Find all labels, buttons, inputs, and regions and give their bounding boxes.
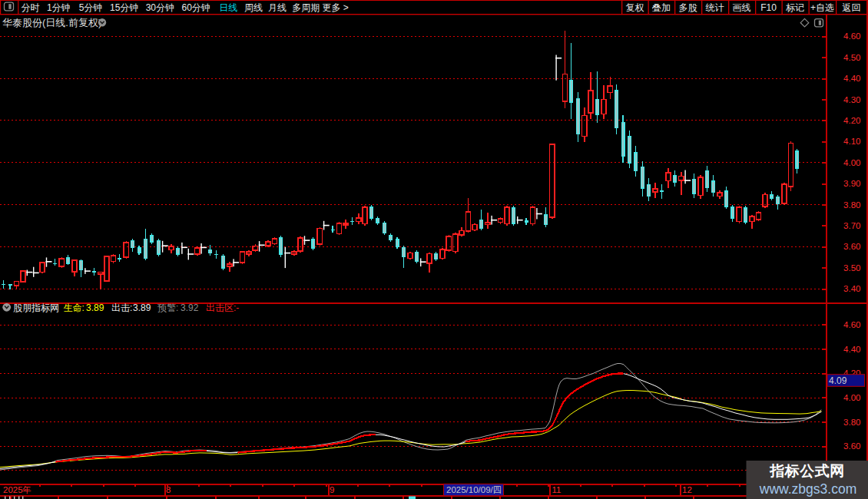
svg-text:多周期: 多周期 [292, 2, 320, 13]
svg-text:3.89: 3.89 [133, 302, 151, 313]
svg-text:4.00: 4.00 [843, 393, 860, 402]
svg-text:2025年: 2025年 [3, 485, 31, 494]
svg-text:周线: 周线 [244, 2, 263, 13]
svg-text:统计: 统计 [706, 2, 724, 13]
svg-text:www.zbgs3.com: www.zbgs3.com [759, 481, 856, 497]
svg-text:3.90: 3.90 [843, 179, 860, 188]
svg-text:4.09: 4.09 [829, 375, 847, 386]
svg-text:11: 11 [552, 485, 562, 494]
svg-text:4.40: 4.40 [843, 345, 860, 354]
svg-text:多股: 多股 [679, 2, 697, 13]
svg-text:预警:: 预警: [157, 302, 178, 313]
svg-text:F10: F10 [760, 2, 777, 13]
svg-text:3.70: 3.70 [843, 221, 860, 230]
svg-text:1分钟: 1分钟 [47, 2, 71, 13]
svg-text:出击区:-: 出击区:- [206, 302, 239, 313]
svg-text:月线: 月线 [268, 2, 287, 13]
svg-text:12: 12 [682, 485, 692, 494]
svg-text:3.50: 3.50 [843, 263, 860, 273]
svg-text:画线: 画线 [733, 2, 751, 13]
svg-text:3.40: 3.40 [843, 284, 860, 293]
svg-text:4.10: 4.10 [843, 137, 860, 146]
svg-text:4.60: 4.60 [843, 320, 860, 329]
svg-text:指标公式网: 指标公式网 [769, 463, 845, 479]
svg-text:15分钟: 15分钟 [110, 2, 138, 13]
svg-text:生命:: 生命: [64, 302, 84, 313]
svg-text:3.92: 3.92 [181, 302, 199, 313]
svg-text:股朋指标网: 股朋指标网 [13, 302, 59, 313]
svg-text:2025/10/09/四: 2025/10/09/四 [446, 485, 502, 494]
svg-text:8: 8 [166, 485, 171, 494]
svg-text:标记: 标记 [786, 2, 804, 13]
svg-text:3.60: 3.60 [843, 441, 860, 451]
svg-text:4.20: 4.20 [843, 116, 860, 125]
svg-text:更多 >: 更多 > [323, 2, 349, 13]
svg-text:日线: 日线 [219, 2, 237, 13]
svg-text:9: 9 [330, 485, 334, 494]
svg-text:3.80: 3.80 [843, 200, 860, 210]
svg-text:3.60: 3.60 [843, 242, 860, 251]
svg-text:5分钟: 5分钟 [79, 2, 103, 13]
svg-text:3.89: 3.89 [86, 302, 104, 313]
svg-text:3.80: 3.80 [843, 418, 860, 427]
svg-text:复权: 复权 [626, 2, 644, 13]
svg-text:+自选: +自选 [810, 2, 834, 13]
svg-text:出击:: 出击: [111, 302, 132, 313]
svg-text:分时: 分时 [22, 2, 40, 13]
svg-text:4.00: 4.00 [843, 158, 860, 167]
svg-text:4.60: 4.60 [843, 31, 860, 41]
svg-text:华泰股份(日线.前复权): 华泰股份(日线.前复权) [2, 17, 101, 28]
svg-text:4.50: 4.50 [843, 53, 860, 62]
svg-text:返回: 返回 [843, 2, 861, 13]
svg-text:4.30: 4.30 [843, 95, 860, 104]
svg-text:60分钟: 60分钟 [182, 2, 210, 13]
svg-text:叠加: 叠加 [652, 2, 671, 13]
svg-text:4.40: 4.40 [843, 74, 860, 83]
svg-text:30分钟: 30分钟 [146, 2, 174, 13]
